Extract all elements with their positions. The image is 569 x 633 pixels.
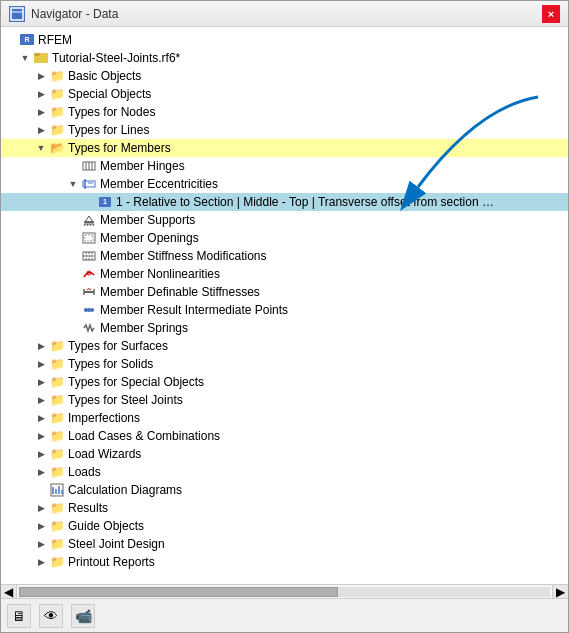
sjd-label: Steel Joint Design: [68, 537, 165, 551]
print-arrow[interactable]: [33, 554, 49, 570]
sidebar-item-member-definable[interactable]: Member Definable Stiffnesses: [1, 283, 568, 301]
status-icon-camera[interactable]: 📹: [71, 604, 95, 628]
members-label: Types for Members: [68, 141, 171, 155]
tree-area[interactable]: R RFEM Tutorial-Steel-Joints.rf6*: [1, 27, 568, 584]
sidebar-item-results[interactable]: Results: [1, 499, 568, 517]
sidebar-item-types-special[interactable]: Types for Special Objects: [1, 373, 568, 391]
scrollbar-track[interactable]: [19, 587, 550, 597]
sidebar-item-ecc-1[interactable]: 1 1 - Relative to Section | Middle - Top…: [1, 193, 568, 211]
result-arrow: [65, 302, 81, 318]
scroll-left-button[interactable]: ◀: [1, 585, 17, 599]
sidebar-item-member-hinges[interactable]: Member Hinges: [1, 157, 568, 175]
scrollbar-thumb[interactable]: [19, 587, 338, 597]
special-arrow[interactable]: [33, 86, 49, 102]
tree-root-rfem[interactable]: R RFEM: [1, 31, 568, 49]
nodes-folder-icon: [49, 104, 65, 120]
result-label: Member Result Intermediate Points: [100, 303, 288, 317]
sidebar-item-member-result[interactable]: Member Result Intermediate Points: [1, 301, 568, 319]
ecc-label: Member Eccentricities: [100, 177, 218, 191]
rfem-icon: R: [19, 32, 35, 48]
lc-arrow[interactable]: [33, 428, 49, 444]
scroll-right-button[interactable]: ▶: [552, 585, 568, 599]
nonlinear-icon: [81, 266, 97, 282]
basic-arrow[interactable]: [33, 68, 49, 84]
nodes-label: Types for Nodes: [68, 105, 155, 119]
sidebar-item-member-openings[interactable]: Member Openings: [1, 229, 568, 247]
close-button[interactable]: ×: [542, 5, 560, 23]
svg-rect-0: [11, 8, 23, 20]
results-arrow[interactable]: [33, 500, 49, 516]
status-icon-eye[interactable]: 👁: [39, 604, 63, 628]
nonlinear-arrow: [65, 266, 81, 282]
special2-arrow[interactable]: [33, 374, 49, 390]
hinges-arrow: [65, 158, 81, 174]
ecc-arrow[interactable]: [65, 176, 81, 192]
openings-arrow: [65, 230, 81, 246]
sjd-arrow[interactable]: [33, 536, 49, 552]
file-arrow[interactable]: [17, 50, 33, 66]
sidebar-item-member-eccentricities[interactable]: Member Eccentricities: [1, 175, 568, 193]
steel-folder-icon: [49, 392, 65, 408]
sidebar-item-load-wizards[interactable]: Load Wizards: [1, 445, 568, 463]
openings-icon: [81, 230, 97, 246]
sidebar-item-types-nodes[interactable]: Types for Nodes: [1, 103, 568, 121]
sidebar-item-member-supports[interactable]: Member Supports: [1, 211, 568, 229]
ecc1-icon: 1: [97, 194, 113, 210]
basic-label: Basic Objects: [68, 69, 141, 83]
sidebar-item-steel-joint-design[interactable]: Steel Joint Design: [1, 535, 568, 553]
solids-arrow[interactable]: [33, 356, 49, 372]
sidebar-item-loads[interactable]: Loads: [1, 463, 568, 481]
sidebar-item-types-surfaces[interactable]: Types for Surfaces: [1, 337, 568, 355]
sidebar-item-imperfections[interactable]: Imperfections: [1, 409, 568, 427]
lw-folder-icon: [49, 446, 65, 462]
guide-label: Guide Objects: [68, 519, 144, 533]
imperf-label: Imperfections: [68, 411, 140, 425]
calc-icon: [49, 482, 65, 498]
sidebar-item-types-steel[interactable]: Types for Steel Joints: [1, 391, 568, 409]
rfem-label: RFEM: [38, 33, 72, 47]
sidebar-item-basic-objects[interactable]: Basic Objects: [1, 67, 568, 85]
result-icon: [81, 302, 97, 318]
guide-arrow[interactable]: [33, 518, 49, 534]
loads-folder-icon: [49, 464, 65, 480]
sidebar-item-load-cases[interactable]: Load Cases & Combinations: [1, 427, 568, 445]
members-arrow[interactable]: [33, 140, 49, 156]
svg-text:R: R: [24, 36, 29, 43]
status-icon-monitor[interactable]: 🖥: [7, 604, 31, 628]
imperf-folder-icon: [49, 410, 65, 426]
imperf-arrow[interactable]: [33, 410, 49, 426]
guide-folder-icon: [49, 518, 65, 534]
lines-arrow[interactable]: [33, 122, 49, 138]
content-area: R RFEM Tutorial-Steel-Joints.rf6*: [1, 27, 568, 632]
lw-arrow[interactable]: [33, 446, 49, 462]
surfaces-arrow[interactable]: [33, 338, 49, 354]
sidebar-item-guide-objects[interactable]: Guide Objects: [1, 517, 568, 535]
sidebar-item-special-objects[interactable]: Special Objects: [1, 85, 568, 103]
sidebar-item-printout[interactable]: Printout Reports: [1, 553, 568, 571]
print-label: Printout Reports: [68, 555, 155, 569]
surfaces-folder-icon: [49, 338, 65, 354]
special-label: Special Objects: [68, 87, 151, 101]
horizontal-scrollbar[interactable]: ◀ ▶: [1, 584, 568, 598]
calc-arrow: [33, 482, 49, 498]
svg-rect-24: [85, 235, 93, 241]
definable-icon: [81, 284, 97, 300]
definable-label: Member Definable Stiffnesses: [100, 285, 260, 299]
tree-root-file[interactable]: Tutorial-Steel-Joints.rf6*: [1, 49, 568, 67]
members-folder-icon: [49, 140, 65, 156]
openings-label: Member Openings: [100, 231, 199, 245]
sidebar-item-calc-diagrams[interactable]: Calculation Diagrams: [1, 481, 568, 499]
sidebar-item-member-springs[interactable]: Member Springs: [1, 319, 568, 337]
nodes-arrow[interactable]: [33, 104, 49, 120]
rfem-arrow: [3, 32, 19, 48]
window-title: Navigator - Data: [31, 7, 118, 21]
file-icon: [33, 50, 49, 66]
sidebar-item-types-members[interactable]: Types for Members: [1, 139, 568, 157]
sidebar-item-types-solids[interactable]: Types for Solids: [1, 355, 568, 373]
loads-arrow[interactable]: [33, 464, 49, 480]
sidebar-item-member-stiffness[interactable]: Member Stiffness Modifications: [1, 247, 568, 265]
solids-label: Types for Solids: [68, 357, 153, 371]
sidebar-item-types-lines[interactable]: Types for Lines: [1, 121, 568, 139]
sidebar-item-member-nonlinearities[interactable]: Member Nonlinearities: [1, 265, 568, 283]
steel-arrow[interactable]: [33, 392, 49, 408]
